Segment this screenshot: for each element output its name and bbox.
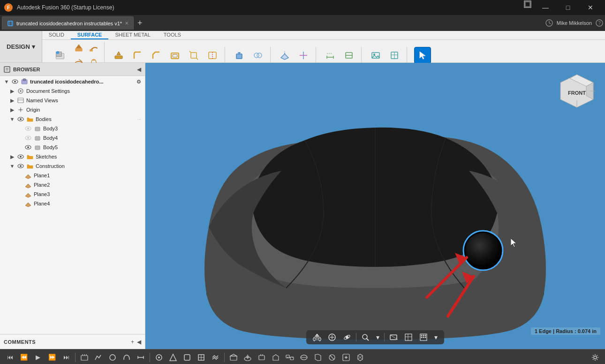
vt-zoom-dropdown-btn[interactable]: ▾ — [374, 333, 381, 342]
bottom-sketch4[interactable] — [121, 351, 133, 364]
settings-icon-root[interactable]: ⚙ — [136, 79, 141, 85]
construct-plane-button[interactable] — [276, 47, 293, 64]
insert-image-button[interactable] — [367, 47, 384, 64]
browser-collapse-icon[interactable]: ◀ — [137, 66, 141, 73]
vt-dropdown-btn[interactable]: ▾ — [432, 333, 439, 342]
create-surface-button[interactable] — [50, 46, 70, 65]
tree-item-body3[interactable]: ▶ Body3 — [0, 124, 145, 133]
tab-solid[interactable]: SOLID — [42, 31, 71, 39]
minimize-button[interactable]: — — [535, 0, 556, 15]
step-back-button[interactable]: ⏪ — [18, 351, 30, 364]
bottom-sketch3[interactable] — [106, 351, 119, 364]
tree-item-plane2[interactable]: ▶ Plane2 — [0, 180, 145, 190]
bottom-body3[interactable] — [256, 351, 268, 364]
nav-cube[interactable]: FRONT — [558, 72, 596, 110]
tree-item-origin[interactable]: ▶ Origin — [0, 105, 145, 114]
root-label: truncated icosidodecahedro... — [30, 79, 103, 84]
joint-button[interactable] — [250, 47, 266, 64]
bodies-dots[interactable]: ··· — [137, 117, 141, 122]
vt-grid-snap-btn[interactable] — [417, 332, 430, 342]
insert-canvas-button[interactable] — [386, 47, 403, 64]
active-tab[interactable]: truncated icosidodecahedron instructable… — [2, 16, 134, 30]
measure-button[interactable] — [322, 47, 339, 64]
vt-zoom-btn[interactable] — [359, 332, 371, 342]
tab-tools[interactable]: TOOLS — [157, 31, 188, 39]
plane4-icon — [24, 200, 32, 207]
tree-item-plane1[interactable]: ▶ Plane1 — [0, 171, 145, 180]
tree-item-root[interactable]: ▼ truncated icosidodecahedro... ⚙ — [0, 77, 145, 86]
new-component-button[interactable] — [231, 47, 248, 64]
new-tab-button[interactable]: + — [135, 17, 145, 29]
bottom-body1[interactable] — [227, 351, 240, 364]
extrude-button[interactable] — [72, 42, 85, 55]
construct-axis-button[interactable] — [295, 47, 312, 64]
toolbar-bottom-sep2 — [150, 353, 150, 362]
vt-grid-btn[interactable] — [402, 332, 415, 342]
svg-rect-128 — [184, 355, 190, 360]
vt-orbit-btn[interactable] — [341, 332, 353, 342]
vt-display-mode-btn[interactable] — [387, 332, 400, 342]
press-pull-button[interactable] — [110, 47, 127, 64]
tab-close-button[interactable]: ✕ — [125, 21, 129, 26]
restore-icon[interactable] — [523, 0, 532, 8]
bottom-sketch5[interactable] — [135, 351, 147, 364]
shell-button[interactable] — [166, 47, 183, 64]
tree-item-named-views[interactable]: ▶ Named Views — [0, 96, 145, 105]
viewport[interactable]: FRONT ▾ — [145, 63, 605, 349]
fillet-button[interactable] — [129, 47, 146, 64]
tree-item-sketches[interactable]: ▶ Sketches — [0, 152, 145, 161]
tab-surface[interactable]: SURFACE — [71, 31, 109, 39]
bottom-tool6[interactable] — [153, 351, 165, 364]
design-dropdown-icon: ▾ — [32, 43, 35, 50]
split-button[interactable] — [204, 47, 221, 64]
design-button[interactable]: DESIGN ▾ — [0, 31, 42, 62]
maximize-button[interactable]: □ — [557, 0, 579, 15]
bottom-tool9[interactable] — [195, 351, 207, 364]
tree-item-body4[interactable]: ▶ Body4 — [0, 133, 145, 143]
tab-sheet-metal[interactable]: SHEET METAL — [108, 31, 157, 39]
bottom-body6[interactable] — [298, 351, 310, 364]
bottom-body9[interactable] — [340, 351, 352, 364]
comments-add-icon[interactable]: + — [131, 339, 134, 345]
help-icon[interactable]: ? — [596, 19, 603, 27]
step-forward-button[interactable]: ⏩ — [46, 351, 58, 364]
play-back-button[interactable]: ⏮ — [4, 351, 16, 364]
bottom-sketch1[interactable] — [78, 351, 91, 364]
scale-button[interactable] — [185, 47, 202, 64]
sweep-button[interactable] — [87, 42, 100, 55]
bottom-tool10[interactable] — [209, 351, 221, 364]
bottom-body2[interactable] — [242, 351, 254, 364]
section-button[interactable] — [340, 47, 357, 64]
chamfer-button[interactable] — [148, 47, 165, 64]
play-button[interactable]: ▶ — [32, 351, 44, 364]
tree-item-bodies[interactable]: ▼ Bodies ··· — [0, 114, 145, 124]
vt-pan-btn[interactable] — [326, 332, 338, 342]
comments-collapse-icon[interactable]: ◀ — [137, 339, 141, 345]
bottom-body4[interactable] — [270, 351, 282, 364]
tree-item-plane3[interactable]: ▶ Plane3 — [0, 190, 145, 199]
bottom-body10[interactable] — [354, 351, 366, 364]
svg-rect-59 — [23, 79, 26, 81]
tree-item-plane4[interactable]: ▶ Plane4 — [0, 199, 145, 208]
select-button[interactable] — [414, 47, 431, 64]
bottom-settings-button[interactable] — [589, 351, 601, 364]
toolbar-bottom-sep3 — [224, 353, 225, 362]
vt-move-btn[interactable] — [311, 332, 323, 342]
tree-item-doc-settings[interactable]: ▶ Document Settings — [0, 86, 145, 96]
play-forward-button[interactable]: ⏭ — [60, 351, 72, 364]
bottom-toolbar: ⏮ ⏪ ▶ ⏩ ⏭ — [0, 349, 605, 364]
bottom-tool8[interactable] — [181, 351, 193, 364]
bottom-sketch2[interactable] — [92, 351, 105, 364]
toolbar: DESIGN ▾ SOLID SURFACE SHEET METAL TOOLS — [0, 31, 605, 63]
bottom-body7[interactable] — [312, 351, 324, 364]
tree-item-construction[interactable]: ▼ Construction — [0, 161, 145, 171]
svg-line-30 — [197, 58, 198, 60]
bottom-body5[interactable] — [284, 351, 296, 364]
bottom-body8[interactable] — [326, 351, 338, 364]
tree-item-body5[interactable]: ▶ Body5 — [0, 143, 145, 152]
modify-icons — [110, 47, 221, 64]
bottom-tool7[interactable] — [167, 351, 179, 364]
close-button[interactable]: ✕ — [580, 0, 601, 15]
svg-text:?: ? — [598, 21, 601, 26]
body5-eye-icon — [24, 144, 32, 151]
